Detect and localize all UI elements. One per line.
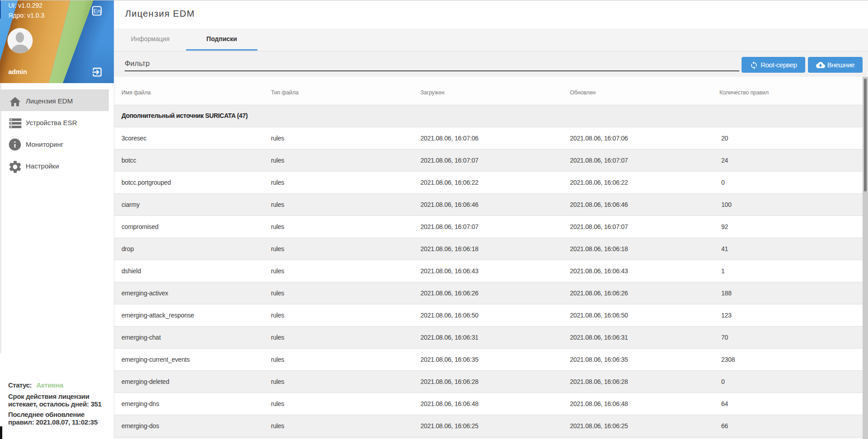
svg-text:admin: admin: [9, 68, 27, 75]
svg-text:En: En: [93, 8, 101, 14]
svg-text:UI: v1.0.292: UI: v1.0.292: [9, 2, 43, 9]
svg-text:Ядро: v1.0.3: Ядро: v1.0.3: [9, 12, 45, 19]
